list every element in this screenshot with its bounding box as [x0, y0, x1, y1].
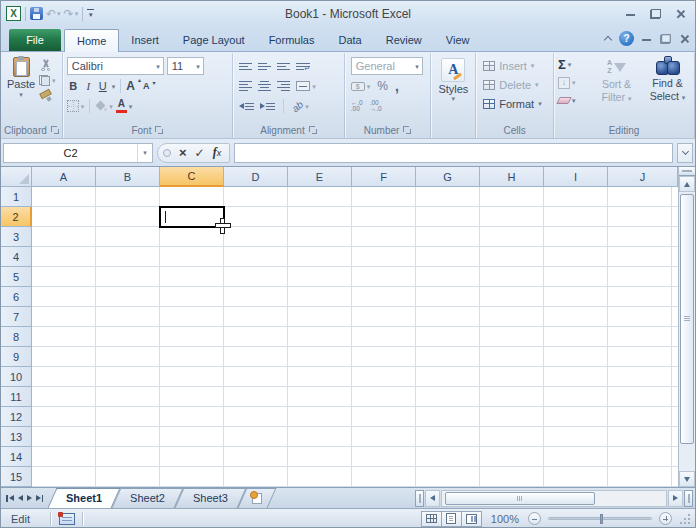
dialog-launcher-icon[interactable] [309, 126, 317, 134]
scroll-up-button[interactable] [679, 176, 695, 192]
align-top-icon[interactable] [239, 63, 252, 70]
styles-button[interactable]: A Styles ▾ [435, 56, 471, 102]
macro-record-icon[interactable] [59, 513, 75, 525]
column-header-f[interactable]: F [352, 167, 416, 187]
doc-minimize-icon[interactable] [642, 34, 652, 43]
excel-logo-icon[interactable]: X [6, 6, 21, 21]
zoom-slider-thumb[interactable] [600, 514, 603, 524]
zoom-level[interactable]: 100% [491, 513, 519, 525]
column-header-b[interactable]: B [96, 167, 160, 187]
row-header-5[interactable]: 5 [1, 267, 32, 287]
italic-button[interactable]: I [83, 80, 94, 92]
cancel-button[interactable]: × [179, 146, 187, 159]
accounting-format-button[interactable]: $▾ [351, 82, 371, 91]
format-cells-button[interactable]: Format▾ [480, 94, 549, 113]
doc-close-icon[interactable] [679, 34, 689, 44]
merge-center-button[interactable]: ▾ [296, 81, 316, 91]
first-sheet-button[interactable] [6, 495, 14, 502]
find-select-button[interactable]: Find & Select ▾ [645, 56, 690, 122]
scroll-left-button[interactable] [425, 490, 440, 507]
select-all-corner[interactable] [1, 167, 32, 187]
customize-qat-button[interactable]: ▾ [87, 9, 94, 18]
row-header-7[interactable]: 7 [1, 307, 32, 327]
zoom-out-button[interactable] [528, 512, 541, 525]
paste-button[interactable]: Paste ▾ [5, 56, 37, 98]
borders-button[interactable]: ▾ [67, 100, 85, 112]
chevron-down-icon[interactable]: ▾ [412, 63, 422, 70]
align-middle-icon[interactable] [258, 63, 271, 70]
expand-formula-bar-button[interactable] [677, 143, 693, 163]
grow-font-button[interactable]: A▴ [126, 79, 140, 93]
sheet-tab-sheet2[interactable]: Sheet2 [116, 488, 179, 508]
enter-button[interactable]: ✓ [195, 147, 205, 159]
row-header-9[interactable]: 9 [1, 347, 32, 367]
column-header-i[interactable]: I [544, 167, 608, 187]
sheet-tab-sheet3[interactable]: Sheet3 [179, 488, 242, 508]
name-box[interactable]: C2 ▾ [3, 143, 153, 163]
column-header-a[interactable]: A [32, 167, 96, 187]
bold-button[interactable]: B [67, 80, 80, 92]
row-header-14[interactable]: 14 [1, 447, 32, 467]
autosum-button[interactable]: Σ▾ [558, 57, 588, 72]
restore-icon[interactable] [650, 9, 661, 19]
dialog-launcher-icon[interactable] [51, 126, 59, 134]
chevron-down-icon[interactable]: ▾ [52, 77, 56, 84]
redo-button[interactable]: ↷▾ [64, 8, 79, 20]
page-break-view-button[interactable] [461, 511, 482, 527]
shrink-font-button[interactable]: A▾ [143, 81, 155, 91]
column-header-j[interactable]: J [608, 167, 678, 187]
align-left-icon[interactable] [239, 81, 252, 91]
tab-file[interactable]: File [9, 29, 61, 51]
row-header-12[interactable]: 12 [1, 407, 32, 427]
chevron-down-icon[interactable]: ▾ [112, 83, 116, 90]
clear-button[interactable]: ▾ [558, 93, 588, 108]
tab-insert[interactable]: Insert [119, 29, 171, 51]
align-center-icon[interactable] [258, 81, 271, 91]
increase-indent-button[interactable] [260, 103, 275, 110]
insert-cells-button[interactable]: Insert▾ [480, 56, 549, 75]
row-header-13[interactable]: 13 [1, 427, 32, 447]
tab-formulas[interactable]: Formulas [257, 29, 327, 51]
copy-button[interactable]: ▾ [39, 75, 56, 86]
dialog-launcher-icon[interactable] [155, 126, 163, 134]
tab-view[interactable]: View [434, 29, 482, 51]
last-sheet-button[interactable] [36, 495, 44, 502]
column-header-d[interactable]: D [224, 167, 288, 187]
row-header-11[interactable]: 11 [1, 387, 32, 407]
horizontal-split-handle[interactable] [684, 490, 693, 507]
vertical-scroll-thumb[interactable] [680, 194, 694, 444]
chevron-down-icon[interactable]: ▾ [153, 63, 163, 70]
chevron-down-icon[interactable]: ▾ [143, 149, 147, 156]
row-header-3[interactable]: 3 [1, 227, 32, 247]
dialog-launcher-icon[interactable] [403, 126, 411, 134]
tab-home[interactable]: Home [64, 29, 119, 52]
row-header-2[interactable]: 2 [1, 207, 32, 227]
column-header-e[interactable]: E [288, 167, 352, 187]
insert-function-button[interactable]: fx [213, 145, 222, 160]
scroll-down-button[interactable] [679, 471, 695, 487]
chevron-down-icon[interactable]: ▾ [452, 95, 456, 102]
sort-filter-button[interactable]: AZ Sort & Filter ▾ [594, 56, 639, 122]
scroll-right-button[interactable] [668, 490, 683, 507]
font-color-button[interactable]: A▾ [116, 99, 133, 113]
row-header-8[interactable]: 8 [1, 327, 32, 347]
minimize-icon[interactable] [626, 9, 636, 18]
active-cell-c2[interactable] [159, 206, 225, 228]
row-header-4[interactable]: 4 [1, 247, 32, 267]
sheet-tab-sheet1[interactable]: Sheet1 [52, 488, 116, 508]
save-icon[interactable] [30, 7, 43, 20]
row-header-10[interactable]: 10 [1, 367, 32, 387]
font-name-combo[interactable]: Calibri▾ [67, 57, 164, 75]
collapse-ribbon-icon[interactable] [604, 36, 612, 44]
underline-button[interactable]: U [97, 80, 109, 92]
delete-cells-button[interactable]: Delete▾ [480, 75, 549, 94]
increase-decimal-button[interactable]: ←.0.00 [351, 100, 363, 113]
number-format-combo[interactable]: General▾ [351, 57, 423, 75]
zoom-slider-track[interactable] [548, 517, 652, 520]
column-header-g[interactable]: G [416, 167, 480, 187]
column-header-c[interactable]: C [160, 167, 224, 187]
column-header-h[interactable]: H [480, 167, 544, 187]
tab-data[interactable]: Data [326, 29, 373, 51]
align-right-icon[interactable] [277, 81, 290, 91]
doc-restore-icon[interactable] [660, 34, 670, 44]
